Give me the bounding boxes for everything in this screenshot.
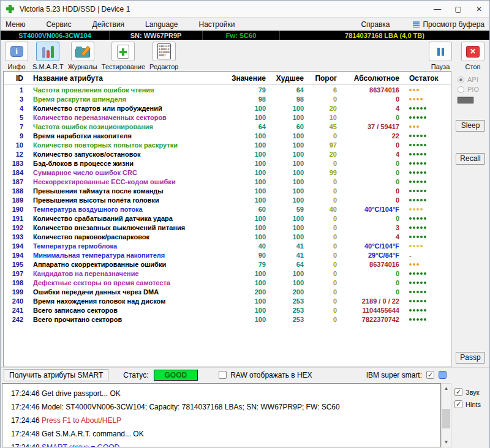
close-icon[interactable]: ✕ bbox=[469, 1, 489, 18]
health-dot-icon bbox=[409, 199, 412, 201]
health-dot-icon bbox=[417, 89, 419, 91]
attr-worst: 59 bbox=[271, 206, 309, 213]
scroll-up-icon[interactable]: ▲ bbox=[442, 384, 451, 393]
menu-item-settings[interactable]: Настройки bbox=[189, 20, 246, 29]
attr-absolute: 0 bbox=[342, 178, 404, 185]
pio-radio-row[interactable]: PIO bbox=[458, 86, 479, 93]
smart-button[interactable]: S.M.A.R.T bbox=[32, 42, 64, 70]
table-row[interactable]: 189Превышения высоты полёта головки10010… bbox=[4, 195, 451, 204]
log-line[interactable]: 17:24:48Get S.M.A.R.T. command... OK bbox=[2, 427, 440, 441]
col-header-health[interactable]: Остаток bbox=[404, 74, 451, 83]
attr-threshold: 0 bbox=[309, 132, 342, 140]
raw-hex-checkbox[interactable] bbox=[219, 371, 227, 379]
editor-button[interactable]: 010110 110011 101000 0001 Редактор bbox=[149, 42, 178, 70]
table-row[interactable]: 195Аппаратно скорректированные ошибки796… bbox=[4, 259, 451, 269]
ibm-smart-checkbox[interactable] bbox=[426, 371, 434, 379]
api-radio[interactable] bbox=[458, 77, 464, 83]
hints-row[interactable]: Hints bbox=[454, 400, 489, 408]
table-row[interactable]: 191Количество срабатываний датчика удара… bbox=[4, 214, 451, 223]
attr-worst: 98 bbox=[271, 95, 309, 103]
attr-threshold: 45 bbox=[309, 123, 342, 130]
col-header-threshold[interactable]: Порог bbox=[309, 74, 342, 83]
table-row[interactable]: 4Количество стартов или пробуждений10010… bbox=[4, 103, 451, 113]
attr-threshold: 0 bbox=[309, 316, 342, 323]
sound-row[interactable]: Звук bbox=[454, 388, 489, 396]
table-row[interactable]: 197Кандидатов на переназначение10010000 bbox=[4, 269, 451, 278]
table-row[interactable]: 240Время нахождения головок над диском10… bbox=[4, 296, 451, 305]
attr-absolute: 1104455644 bbox=[342, 307, 404, 314]
table-row[interactable]: 241Всего записано секторов10025301104455… bbox=[4, 305, 451, 315]
menu-item-language[interactable]: Language bbox=[135, 20, 188, 29]
window-title: Victoria 5.23 HDD/SSD | Device 1 bbox=[20, 5, 130, 13]
passp-button[interactable]: Passp bbox=[456, 352, 485, 364]
health-dot-icon bbox=[417, 300, 419, 302]
info-button[interactable]: Инфо bbox=[5, 42, 28, 70]
attr-id: 194 bbox=[4, 252, 28, 259]
health-dot-icon bbox=[417, 245, 419, 247]
pio-radio[interactable] bbox=[458, 86, 464, 93]
table-row[interactable]: 184Суммарное число ошибок CRC100100990 bbox=[4, 168, 451, 177]
attr-id: 195 bbox=[4, 261, 28, 268]
attr-absolute: 40°C/104°F bbox=[342, 242, 404, 250]
journals-button[interactable]: Журналы bbox=[68, 42, 97, 70]
attr-worst: 100 bbox=[271, 196, 309, 204]
menu-item-service[interactable]: Сервис bbox=[36, 20, 81, 29]
log-line[interactable]: 17:24:46Model: ST4000VN006-3CW104; Capac… bbox=[2, 400, 440, 414]
table-row[interactable]: 5Количество переназначенных секторов1001… bbox=[4, 113, 451, 122]
health-dot-icon bbox=[413, 226, 415, 229]
health-dot-icon bbox=[413, 245, 415, 247]
table-row[interactable]: 198Дефектные секторы во время самотеста1… bbox=[4, 278, 451, 287]
ibm-indicator bbox=[439, 371, 447, 379]
table-row[interactable]: 190Температура воздушного потока60594040… bbox=[4, 204, 451, 214]
health-dot-icon bbox=[417, 190, 419, 192]
table-row[interactable]: 10Количество повторных попыток раскрутки… bbox=[4, 140, 451, 149]
attr-name: Количество стартов или пробуждений bbox=[28, 105, 227, 112]
minimize-icon[interactable]: — bbox=[427, 1, 448, 18]
binary-document-icon: 010110 110011 101000 0001 bbox=[157, 43, 171, 59]
stop-button[interactable]: Стоп bbox=[461, 42, 484, 70]
table-row[interactable]: 7Частота ошибок позиционирования64604537… bbox=[4, 122, 451, 131]
api-radio-row[interactable]: API bbox=[458, 76, 478, 83]
menu-item-menu[interactable]: Меню bbox=[1, 20, 36, 29]
col-header-name[interactable]: Название атрибута bbox=[28, 74, 227, 83]
menu-item-help[interactable]: Справка bbox=[356, 20, 396, 29]
table-row[interactable]: 9Время наработки накопителя100100022 bbox=[4, 131, 451, 140]
table-row[interactable]: 187Нескорректированные ECC-кодом ошибки1… bbox=[4, 177, 451, 186]
scroll-down-icon[interactable]: ▼ bbox=[442, 438, 451, 447]
sound-checkbox[interactable] bbox=[454, 388, 462, 396]
table-row[interactable]: 183Бэд-блоков в процессе жизни10010000 bbox=[4, 159, 451, 168]
table-row[interactable]: 188Превышения таймаута после команды1001… bbox=[4, 186, 451, 195]
log-line[interactable]: 17:24:48SMART status = GOOD bbox=[2, 441, 440, 447]
scrollbar-thumb[interactable] bbox=[442, 409, 450, 428]
recall-button[interactable]: Recall bbox=[456, 153, 485, 165]
maximize-icon[interactable]: ▢ bbox=[448, 1, 469, 18]
get-smart-button[interactable]: Получить атрибуты SMART bbox=[4, 369, 108, 381]
table-row[interactable]: 242Всего прочитано секторов1002530782237… bbox=[4, 315, 451, 324]
sleep-button[interactable]: Sleep bbox=[456, 120, 485, 132]
log-line[interactable]: 17:24:46Get drive passport... OK bbox=[2, 387, 440, 400]
table-row[interactable]: 192Количество внезапных выключений питан… bbox=[4, 223, 451, 232]
table-row[interactable]: 1Частота проявления ошибок чтения7964686… bbox=[4, 85, 451, 94]
scrollbar-track[interactable] bbox=[442, 393, 451, 438]
table-row[interactable]: 12Количество запусков/остановок100100204 bbox=[4, 149, 451, 159]
table-row[interactable]: 194Температура гермоблока4041040°C/104°F bbox=[4, 241, 451, 250]
buffer-view-button[interactable]: Просмотр буфера bbox=[413, 20, 489, 29]
col-header-id[interactable]: ID bbox=[4, 74, 28, 83]
table-row[interactable]: 194Минимальная температура накопителя904… bbox=[4, 250, 451, 259]
table-row[interactable]: 199Ошибки передачи данных через DMA20020… bbox=[4, 287, 451, 296]
col-header-worst[interactable]: Худшее bbox=[271, 74, 309, 83]
col-header-absolute[interactable]: Абсолютное bbox=[342, 74, 404, 83]
log-line[interactable]: 17:24:46Press F1 to About/HELP bbox=[2, 414, 440, 427]
table-row[interactable]: 193Количество парковок/распарковок100100… bbox=[4, 232, 451, 241]
log-scrollbar[interactable]: ▲ ▼ bbox=[441, 383, 451, 447]
log-timestamp: 17:24:48 bbox=[2, 427, 42, 441]
table-row[interactable]: 3Время раскрутки шпинделя989800 bbox=[4, 94, 451, 103]
raw-hex-row[interactable]: RAW отображать в HEX bbox=[219, 371, 312, 379]
col-header-value[interactable]: Значение bbox=[227, 74, 271, 83]
testing-button[interactable]: Тестирование bbox=[102, 42, 145, 70]
pause-button[interactable]: Пауза bbox=[429, 42, 452, 70]
hints-checkbox[interactable] bbox=[454, 400, 462, 408]
device-model[interactable]: ST4000VN006-3CW104 bbox=[1, 31, 110, 40]
log-panel[interactable]: 17:24:46Get drive passport... OK17:24:46… bbox=[2, 383, 441, 447]
menu-item-actions[interactable]: Действия bbox=[82, 20, 135, 29]
